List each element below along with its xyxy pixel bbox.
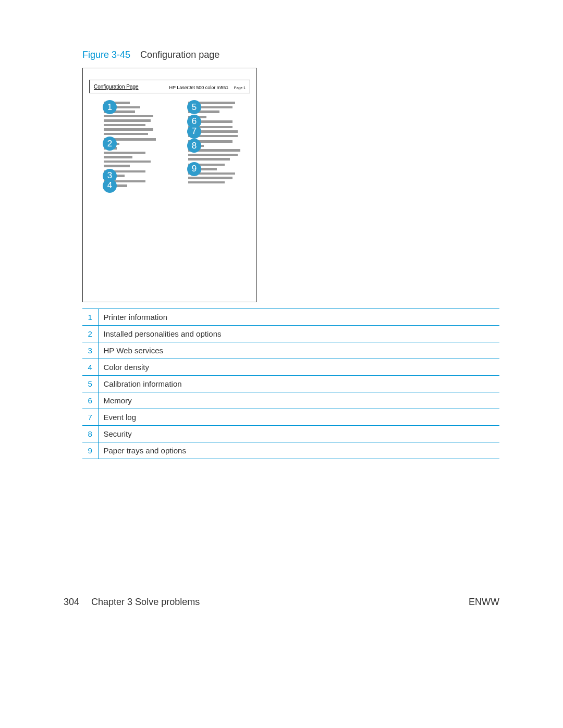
table-row: 9Paper trays and options [82, 442, 499, 459]
table-row: 4Color density [82, 359, 499, 376]
legend-num: 7 [82, 409, 98, 426]
callout-7: 7 [187, 125, 201, 139]
page-number-inner: Page 1 [234, 86, 246, 90]
legend-desc: Security [98, 426, 499, 442]
table-row: 7Event log [82, 409, 499, 426]
right-column: 5 6 7 8 [175, 102, 240, 190]
legend-desc: Paper trays and options [98, 442, 499, 459]
legend-desc: Printer information [98, 309, 499, 326]
legend-table: 1Printer information 2Installed personal… [82, 309, 499, 459]
legend-desc: Color density [98, 359, 499, 376]
legend-num: 9 [82, 442, 98, 459]
printer-model: HP LaserJet 500 color m551 [169, 85, 228, 90]
table-row: 1Printer information [82, 309, 499, 326]
table-row: 5Calibration information [82, 376, 499, 392]
table-row: 2Installed personalities and options [82, 326, 499, 342]
legend-num: 5 [82, 376, 98, 392]
callout-5: 5 [187, 100, 201, 114]
legend-num: 8 [82, 426, 98, 442]
legend-num: 1 [82, 309, 98, 326]
doc-header: Configuration Page HP LaserJet 500 color… [89, 80, 250, 93]
footer-lang: ENWW [469, 597, 499, 608]
page-footer: 304 Chapter 3 Solve problems ENWW [64, 597, 499, 608]
legend-desc: Calibration information [98, 376, 499, 392]
callout-8: 8 [187, 139, 201, 153]
figure-title: Configuration page [140, 50, 219, 60]
legend-num: 6 [82, 392, 98, 409]
callout-9: 9 [187, 162, 201, 176]
legend-desc: Memory [98, 392, 499, 409]
table-row: 6Memory [82, 392, 499, 409]
figure-label: Figure 3-45 [82, 50, 130, 60]
left-column: 1 2 3 [90, 102, 156, 190]
footer-chapter: Chapter 3 Solve problems [91, 597, 200, 607]
legend-num: 2 [82, 326, 98, 342]
legend-desc: HP Web services [98, 342, 499, 359]
legend-num: 3 [82, 342, 98, 359]
callout-2: 2 [103, 137, 117, 151]
table-row: 3HP Web services [82, 342, 499, 359]
legend-desc: Installed personalities and options [98, 326, 499, 342]
footer-page-num: 304 [64, 597, 79, 607]
cfg-page-title: Configuration Page [94, 84, 139, 90]
legend-num: 4 [82, 359, 98, 376]
table-row: 8Security [82, 426, 499, 442]
legend-desc: Event log [98, 409, 499, 426]
figure-caption: Figure 3-45 Configuration page [82, 50, 499, 60]
config-page-illustration: Configuration Page HP LaserJet 500 color… [82, 68, 257, 302]
callout-1: 1 [103, 100, 117, 114]
callout-4: 4 [103, 179, 117, 193]
